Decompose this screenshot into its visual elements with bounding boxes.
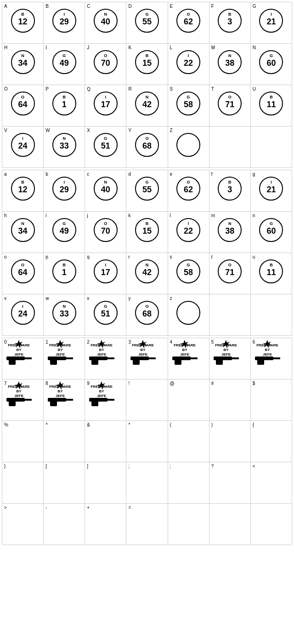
cell-letter: } [4, 464, 6, 469]
bingo-ball: O68 [135, 301, 159, 325]
cell-letter: z [170, 296, 172, 301]
cell-letter: W [45, 128, 50, 133]
grid-cell: 6FREE WAREBYJEFE [250, 338, 292, 380]
grid-cell: LI22 [168, 44, 209, 85]
grid-cell: qI17 [85, 253, 126, 294]
svg-rect-47 [257, 359, 264, 365]
svg-text:BY: BY [223, 348, 229, 352]
svg-rect-26 [133, 359, 140, 365]
cell-letter: U [253, 86, 256, 92]
svg-text:JEFE: JEFE [138, 352, 148, 356]
svg-rect-34 [191, 357, 198, 359]
ball-number: 33 [60, 309, 69, 319]
grid-cell: ; [126, 462, 168, 504]
svg-text:BY: BY [141, 348, 146, 352]
bingo-ball: N40 [94, 9, 118, 33]
ball-letter: I [271, 12, 272, 17]
grid-cell: pB1 [44, 253, 85, 294]
special-section: 0FREE WAREBYJEFE1FREE WAREBYJEFE2FREE WA… [2, 338, 292, 545]
grid-cell: ) [209, 421, 250, 462]
grid-cell [209, 126, 250, 168]
grid-cell: z [168, 294, 209, 336]
ball-letter: I [271, 180, 272, 184]
svg-text:FREE WARE: FREE WARE [91, 343, 113, 347]
bingo-ball: O64 [11, 259, 35, 283]
grid-cell: < [250, 462, 292, 504]
cell-letter: L [170, 45, 173, 50]
cell-letter: @ [170, 381, 175, 386]
grid-cell: fB3 [209, 170, 250, 212]
grid-cell: ^ [44, 421, 85, 462]
grid-cell: nG60 [250, 212, 292, 253]
cell-letter: 2 [87, 339, 90, 345]
svg-text:JEFE: JEFE [221, 352, 231, 356]
table-row: hN34iG49jO70kB15lI22mN38nG60 [2, 212, 292, 253]
ball-letter: N [21, 53, 24, 58]
cell-letter: v [4, 296, 6, 301]
grid-cell: xG51 [85, 294, 126, 336]
cell-letter: K [128, 45, 131, 50]
ball-number: 62 [184, 185, 193, 195]
cell-letter: a [4, 172, 7, 177]
svg-text:JEFE: JEFE [97, 352, 107, 356]
svg-text:JEFE: JEFE [56, 352, 65, 356]
uppercase-section: AB12BI29CN40DG55EO62FB3GI21HN34IG49JO70K… [2, 2, 292, 168]
cell-letter: $ [253, 381, 255, 386]
svg-rect-54 [9, 401, 16, 406]
cell-letter: t [211, 254, 213, 259]
ball-letter: O [145, 304, 148, 309]
svg-rect-33 [175, 359, 181, 365]
cell-letter: Q [87, 86, 90, 92]
cell-letter: D [128, 4, 131, 9]
ball-letter: B [146, 221, 149, 226]
ball-number: 71 [225, 268, 234, 277]
grid-cell: 9FREE WAREBYJEFE [85, 380, 126, 421]
svg-text:JEFE: JEFE [180, 352, 190, 356]
cell-letter: h [4, 213, 7, 218]
ball-letter: G [270, 221, 273, 226]
ball-number: 17 [101, 268, 110, 277]
grid-cell: JO70 [85, 44, 126, 85]
grid-cell: QI17 [85, 85, 126, 126]
bingo-ball: I21 [259, 177, 283, 201]
cell-letter: ; [128, 464, 130, 469]
bingo-ball: I17 [94, 92, 118, 115]
cell-letter: { [253, 422, 254, 427]
bingo-ball: G51 [94, 133, 118, 157]
ball-number: 51 [101, 309, 110, 319]
ball-letter: B [270, 95, 273, 99]
table-row: %^&*(){ [2, 421, 292, 462]
table-row: }[];;?< [2, 462, 292, 504]
ball-number: 68 [142, 309, 152, 319]
ball-letter: I [63, 180, 65, 184]
bingo-ball: G60 [259, 50, 283, 74]
freeware-logo: FREE WAREBYJEFE [87, 339, 117, 366]
cell-letter: n [253, 213, 255, 218]
grid-cell: oO64 [2, 253, 44, 294]
grid-cell: - [44, 504, 85, 545]
table-row: vI24wN33xG51yO68z [2, 294, 292, 336]
ball-number: 62 [184, 17, 193, 27]
cell-letter: 8 [45, 381, 48, 386]
grid-cell: iG49 [44, 212, 85, 253]
svg-text:JEFE: JEFE [14, 394, 24, 398]
grid-cell: EO62 [168, 2, 209, 44]
bingo-ball [176, 133, 200, 157]
cell-letter: ^ [45, 422, 48, 427]
cell-letter: ) [211, 422, 213, 427]
svg-rect-41 [232, 357, 239, 359]
grid-cell: tO71 [209, 253, 250, 294]
freeware-logo: FREE WAREBYJEFE [211, 339, 241, 366]
ball-letter: B [21, 180, 24, 184]
bingo-ball: O62 [176, 177, 200, 201]
cell-letter: - [45, 505, 47, 510]
ball-number: 34 [18, 226, 28, 236]
grid-cell: ! [126, 380, 168, 421]
bingo-ball: I21 [259, 9, 283, 33]
svg-text:FREE WARE: FREE WARE [49, 343, 71, 347]
cell-letter: q [87, 254, 90, 259]
cell-letter: r [128, 254, 130, 259]
grid-cell: YO68 [126, 126, 168, 168]
ball-number: 21 [266, 17, 276, 27]
grid-cell: 7FREE WAREBYJEFE [2, 380, 44, 421]
